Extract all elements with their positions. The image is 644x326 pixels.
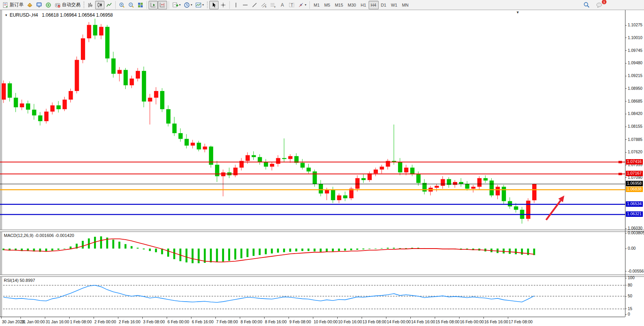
toolbar: 新订单 自动交易 ▾ ▾: [0, 0, 644, 10]
timeframe-m30[interactable]: M30: [345, 1, 358, 9]
candlestick-chart-button[interactable]: [95, 1, 104, 9]
time-tick-mark: [386, 317, 386, 319]
macd-histogram-bar: [277, 249, 279, 253]
price-tick-label: 1.09215: [628, 73, 642, 78]
vertical-line-button[interactable]: [231, 1, 241, 9]
toolbar-separator: [169, 1, 169, 9]
timeframe-m1[interactable]: M1: [311, 1, 322, 9]
candle: [422, 183, 427, 191]
text-button[interactable]: A: [278, 1, 287, 9]
toolbar-drag-handle[interactable]: [207, 2, 208, 8]
macd-histogram-bar: [228, 249, 230, 261]
tile-windows-icon: [137, 2, 143, 8]
time-tick-label: 16 Feb 00:00: [460, 319, 484, 324]
candle: [68, 91, 73, 100]
rsi-tick-mark: [625, 309, 627, 309]
price-line-label: 1.06321: [626, 211, 643, 217]
chart-window: ▼EURUSD-,H41.06618 1.06964 1.06564 1.069…: [0, 10, 644, 326]
line-handle[interactable]: [618, 161, 622, 163]
zoom-in-button[interactable]: [117, 1, 126, 9]
time-tick-mark: [313, 317, 313, 319]
profiles-icon: [27, 2, 33, 8]
time-tick-label: 1 Feb 08:00: [70, 319, 92, 324]
new-order-label: 新订单: [10, 2, 24, 8]
timeframe-w1[interactable]: W1: [389, 1, 400, 9]
dropdown-caret-icon: ▾: [202, 3, 204, 7]
period-button[interactable]: ▾: [182, 1, 194, 9]
candle: [404, 168, 408, 172]
time-axis[interactable]: 30 Jan 202331 Jan 00:0031 Jan 16:001 Feb…: [0, 317, 625, 326]
price-tick-label: 1.08420: [628, 111, 642, 116]
macd-histogram-bar: [265, 249, 267, 254]
trend-arrow-annotation[interactable]: [546, 201, 560, 220]
timeframe-m5[interactable]: M5: [322, 1, 332, 9]
time-tick-label: 6 Feb 00:00: [167, 319, 189, 324]
chart-dropdown-icon[interactable]: ▼: [5, 14, 8, 17]
time-tick-mark: [337, 317, 338, 319]
toolbar-drag-handle[interactable]: [84, 2, 84, 8]
search-button[interactable]: [582, 1, 591, 9]
text-label-button[interactable]: T: [287, 1, 296, 9]
timeframe-mn[interactable]: MN: [400, 1, 411, 9]
timeframe-d1[interactable]: D1: [379, 1, 389, 9]
macd-histogram-bar: [253, 249, 255, 256]
fibonacci-button[interactable]: F: [268, 1, 278, 9]
market-watch-button[interactable]: [34, 1, 44, 9]
shift-marker-icon[interactable]: ▼: [516, 10, 519, 14]
time-tick-label: 16 Feb 16:00: [484, 319, 508, 324]
candle: [410, 168, 415, 174]
candle: [441, 179, 445, 186]
timeframe-h4[interactable]: H4: [369, 1, 379, 9]
new-order-button[interactable]: 新订单: [1, 1, 25, 9]
time-tick-label: 31 Jan 16:00: [46, 319, 69, 324]
profiles-button[interactable]: [25, 1, 34, 9]
toolbar-separator: [309, 1, 310, 9]
macd-histogram-bar: [271, 249, 273, 254]
line-handle[interactable]: [618, 173, 622, 175]
macd-histogram-bar: [246, 249, 248, 257]
candle: [282, 158, 286, 159]
macd-histogram-bar: [88, 238, 90, 249]
rsi-chart[interactable]: [0, 277, 625, 317]
price-axis[interactable]: 1.102751.100101.097451.094801.092151.089…: [625, 10, 644, 317]
macd-tick-mark: [625, 249, 627, 249]
macd-histogram-bar: [393, 248, 395, 249]
equidistant-channel-button[interactable]: E: [259, 1, 268, 9]
rsi-tick-mark: [625, 285, 627, 285]
crosshair-button[interactable]: [219, 1, 228, 9]
trendline-button[interactable]: [250, 1, 259, 9]
macd-chart[interactable]: [0, 232, 625, 275]
bar-chart-button[interactable]: [86, 1, 95, 9]
shapes-button[interactable]: ▾: [296, 1, 308, 9]
candle: [343, 196, 347, 198]
timeframe-m15[interactable]: M15: [333, 1, 345, 9]
chart-shift-button[interactable]: [158, 1, 167, 9]
macd-histogram-bar: [82, 241, 84, 249]
auto-scroll-button[interactable]: [149, 1, 158, 9]
candle: [319, 184, 323, 194]
tile-windows-button[interactable]: [136, 1, 145, 9]
zoom-in-icon: [119, 2, 125, 8]
macd-histogram-bar: [94, 237, 96, 249]
macd-label: MACD(12,26,9) -0.001606 -0.001420: [4, 233, 74, 238]
horizontal-line-button[interactable]: [241, 1, 250, 9]
templates-button[interactable]: ▾: [194, 1, 205, 9]
candle: [490, 180, 494, 195]
timeframe-h1[interactable]: H1: [358, 1, 368, 9]
candle: [453, 182, 457, 185]
candle: [471, 187, 475, 189]
macd-histogram-bar: [155, 249, 157, 252]
signals-button[interactable]: [44, 1, 53, 9]
zoom-out-button[interactable]: [126, 1, 136, 9]
line-chart-button[interactable]: [104, 1, 114, 9]
new-chart-button[interactable]: ▾: [171, 1, 182, 9]
cursor-button[interactable]: [209, 1, 219, 9]
macd-histogram-bar: [515, 249, 517, 254]
time-tick-label: 8 Feb 00:00: [241, 319, 262, 324]
auto-trading-button[interactable]: 自动交易: [53, 1, 82, 9]
candle: [313, 172, 317, 184]
notifications-button[interactable]: 1: [594, 1, 605, 9]
candle: [81, 38, 85, 60]
price-chart[interactable]: [0, 10, 625, 230]
macd-histogram-bar: [356, 249, 358, 250]
